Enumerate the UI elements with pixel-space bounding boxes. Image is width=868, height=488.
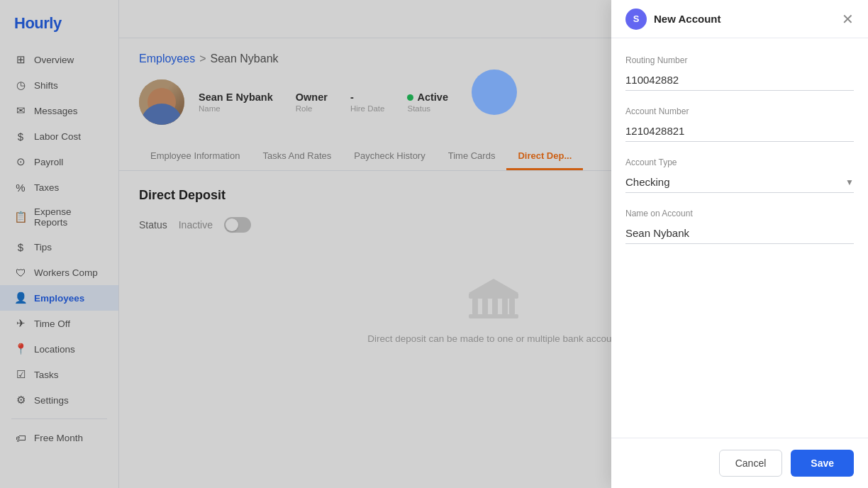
routing-number-input[interactable] xyxy=(625,70,854,91)
account-type-label: Account Type xyxy=(625,157,854,167)
routing-number-field: Routing Number xyxy=(625,55,854,91)
save-button[interactable]: Save xyxy=(791,450,854,477)
panel-header-left: S New Account xyxy=(625,9,720,30)
account-number-label: Account Number xyxy=(625,106,854,116)
cancel-button[interactable]: Cancel xyxy=(719,450,783,477)
panel-title: New Account xyxy=(654,13,720,25)
panel-close-button[interactable]: ✕ xyxy=(842,12,854,26)
name-on-account-label: Name on Account xyxy=(625,209,854,218)
account-number-field: Account Number xyxy=(625,106,854,142)
panel-footer: Cancel Save xyxy=(611,438,868,488)
panel-body: Routing Number Account Number Account Ty… xyxy=(611,38,868,438)
account-type-field: Account Type Checking Savings ▼ xyxy=(625,157,854,193)
name-on-account-input[interactable] xyxy=(625,223,854,244)
routing-number-label: Routing Number xyxy=(625,55,854,65)
new-account-panel: S New Account ✕ Routing Number Account N… xyxy=(611,0,868,488)
panel-header: S New Account ✕ xyxy=(611,0,868,38)
panel-avatar: S xyxy=(625,9,647,30)
name-on-account-field: Name on Account xyxy=(625,209,854,244)
account-number-input[interactable] xyxy=(625,121,854,142)
account-type-select-wrapper: Checking Savings ▼ xyxy=(625,172,854,193)
account-type-select[interactable]: Checking Savings xyxy=(625,172,854,193)
